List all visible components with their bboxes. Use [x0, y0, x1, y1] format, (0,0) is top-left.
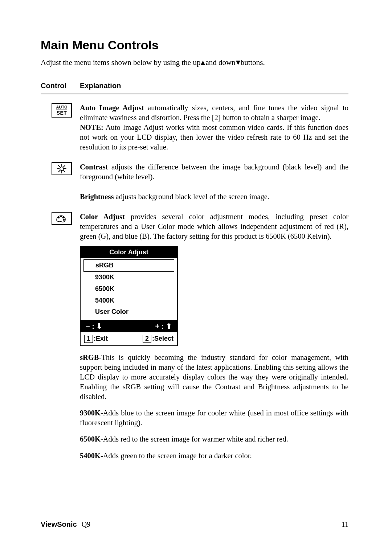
col-control-header: Control	[41, 82, 80, 90]
osd-item-6500k[interactable]: 6500K	[83, 283, 174, 295]
keycap-1: 1	[84, 335, 93, 343]
svg-point-10	[61, 216, 62, 217]
k5400-body: Adds green to the screen image for a dar…	[103, 452, 252, 460]
svg-point-12	[64, 219, 65, 221]
svg-line-5	[58, 165, 60, 167]
color-adjust-icon	[52, 212, 72, 225]
row-auto-image-adjust: AUTO SET Auto Image Adjust automatically…	[41, 103, 348, 152]
osd-nav-plus[interactable]: + : ⬆	[155, 321, 172, 331]
note-lead: NOTE:	[80, 123, 103, 131]
up-arrow-icon: ⬆	[166, 322, 172, 330]
down-arrow-icon	[236, 61, 240, 65]
row-contrast: Contrast adjusts the difference between …	[41, 162, 348, 182]
color-adjust-lead: Color Adjust	[80, 213, 125, 221]
svg-line-8	[58, 171, 60, 172]
srgb-body: This is quickly becoming the industry st…	[80, 353, 348, 401]
nav-plus-label: + :	[155, 322, 164, 330]
footer-page: 11	[342, 520, 348, 529]
osd-item-usercolor[interactable]: User Color	[83, 306, 174, 318]
page-title: Main Menu Controls	[41, 38, 348, 52]
table-header: Control Explanation	[41, 82, 348, 94]
intro-text: Adjust the menu items shown below by usi…	[41, 58, 348, 67]
exit-label: :Exit	[94, 335, 108, 342]
svg-point-0	[60, 167, 64, 171]
note-body: Auto Image Adjust works with most common…	[80, 123, 348, 151]
osd-item-9300k[interactable]: 9300K	[83, 272, 174, 283]
osd-menu: Color Adjust sRGB 9300K 6500K 5400K User…	[80, 246, 178, 346]
brightness-body: adjusts background black level of the sc…	[114, 193, 269, 201]
intro-post: buttons.	[241, 58, 265, 67]
svg-point-11	[63, 217, 64, 218]
osd-item-list: sRGB 9300K 6500K 5400K User Color	[81, 258, 177, 320]
footer-model: Q9	[82, 520, 90, 528]
row-color-adjust: Color Adjust provides several color adju…	[41, 212, 348, 460]
svg-line-6	[64, 171, 65, 172]
osd-footer-row: 1:Exit 2:Select	[81, 332, 177, 345]
brightness-lead: Brightness	[80, 193, 114, 201]
row-brightness: Brightness adjusts background black leve…	[41, 192, 348, 202]
contrast-icon	[52, 162, 72, 175]
k9300-body: Adds blue to the screen image for cooler…	[80, 409, 348, 427]
intro-pre: Adjust the menu items shown below by usi…	[41, 58, 200, 67]
osd-item-5400k[interactable]: 5400K	[83, 295, 174, 307]
contrast-body: adjusts the difference between the image…	[80, 163, 348, 181]
auto-adjust-lead: Auto Image Adjust	[80, 104, 144, 112]
keycap-2: 2	[143, 335, 151, 343]
auto-set-icon: AUTO SET	[52, 103, 72, 118]
nav-minus-label: − :	[86, 322, 94, 330]
k6500-body: Adds red to the screen image for warmer …	[103, 435, 288, 443]
k5400-lead: 5400K-	[80, 452, 103, 460]
osd-select[interactable]: 2:Select	[143, 335, 173, 343]
auto-set-bottom: SET	[57, 110, 67, 115]
k9300-lead: 9300K-	[80, 409, 103, 417]
auto-set-top: AUTO	[56, 105, 68, 110]
footer-brand: ViewSonic	[41, 520, 77, 528]
up-arrow-icon	[201, 61, 205, 65]
k6500-lead: 6500K-	[80, 435, 103, 443]
down-arrow-icon: ⬇	[96, 322, 102, 330]
osd-exit[interactable]: 1:Exit	[84, 335, 108, 343]
osd-item-srgb[interactable]: sRGB	[83, 259, 174, 272]
svg-point-9	[58, 217, 60, 218]
col-explanation-header: Explanation	[80, 82, 348, 90]
contrast-lead: Contrast	[80, 163, 108, 171]
srgb-lead: sRGB-	[80, 353, 101, 361]
page-footer: ViewSonic Q9 11	[41, 520, 348, 529]
osd-nav-minus[interactable]: − : ⬇	[86, 321, 102, 331]
osd-nav-row: − : ⬇ + : ⬆	[81, 320, 177, 332]
svg-line-7	[64, 165, 65, 167]
osd-title: Color Adjust	[81, 247, 177, 258]
intro-mid: and down	[205, 58, 235, 67]
select-label: :Select	[152, 335, 173, 342]
